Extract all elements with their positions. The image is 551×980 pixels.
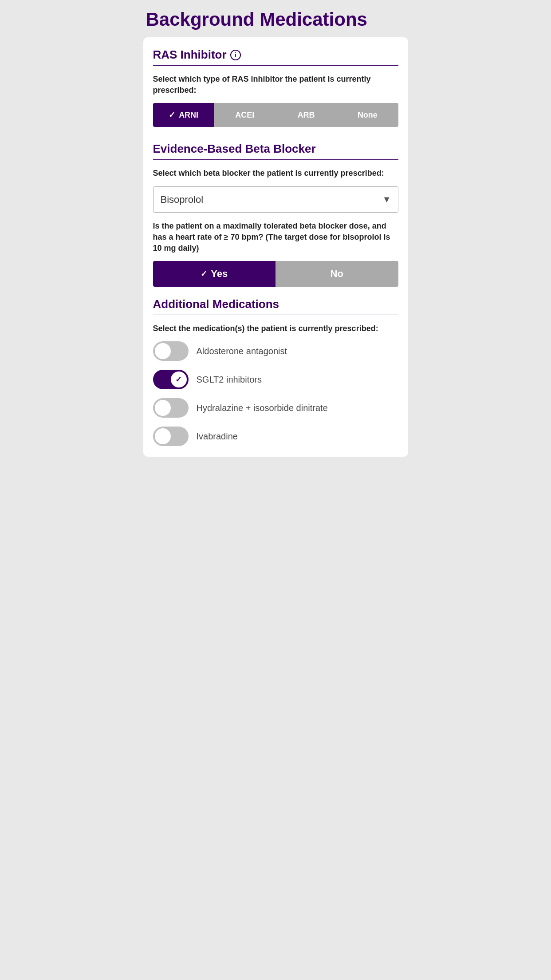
none-label: None: [358, 111, 378, 120]
yes-label: Yes: [211, 268, 228, 280]
toggle-item-sglt2: ✓ SGLT2 inhibitors: [153, 370, 398, 389]
yes-check-icon: ✓: [201, 269, 207, 279]
aldosterone-label: Aldosterone antagonist: [197, 346, 287, 356]
ras-inhibitor-question: Select which type of RAS inhibitor the p…: [153, 74, 398, 96]
ras-acei-button[interactable]: ACEI: [214, 103, 276, 127]
sglt2-toggle-thumb: ✓: [171, 371, 187, 387]
arni-label: ARNI: [179, 111, 198, 120]
no-label: No: [331, 268, 343, 280]
ras-arb-button[interactable]: ARB: [276, 103, 337, 127]
sglt2-label: SGLT2 inhibitors: [197, 375, 262, 385]
toggle-item-aldosterone: Aldosterone antagonist: [153, 341, 398, 361]
sglt2-check-icon: ✓: [175, 375, 182, 384]
ras-inhibitor-section: RAS Inhibitor i Select which type of RAS…: [153, 48, 398, 127]
acei-label: ACEI: [235, 111, 254, 120]
no-button[interactable]: No: [276, 261, 398, 287]
beta-blocker-title: Evidence-Based Beta Blocker: [153, 142, 398, 160]
arb-label: ARB: [298, 111, 315, 120]
beta-blocker-dropdown[interactable]: Bisoprolol Carvedilol Metoprolol Succina…: [153, 186, 398, 213]
aldosterone-toggle[interactable]: [153, 341, 189, 361]
hydralazine-label: Hydralazine + isosorbide dinitrate: [197, 403, 328, 413]
hydralazine-toggle-thumb: [155, 400, 171, 416]
additional-medications-title-label: Additional Medications: [153, 297, 279, 311]
page-title: Background Medications: [138, 0, 413, 37]
yes-no-group: ✓ Yes No: [153, 261, 398, 287]
additional-medications-title: Additional Medications: [153, 297, 398, 315]
additional-medications-section: Additional Medications Select the medica…: [153, 297, 398, 446]
ras-inhibitor-button-group: ✓ ARNI ACEI ARB None: [153, 103, 398, 127]
divider-1: [153, 131, 398, 142]
main-card: RAS Inhibitor i Select which type of RAS…: [143, 37, 408, 457]
toggle-item-hydralazine: Hydralazine + isosorbide dinitrate: [153, 398, 398, 418]
divider-2: [153, 287, 398, 297]
beta-blocker-section: Evidence-Based Beta Blocker Select which…: [153, 142, 398, 287]
additional-medications-question: Select the medication(s) the patient is …: [153, 323, 398, 334]
toggle-list: Aldosterone antagonist ✓ SGLT2 inhibitor…: [153, 341, 398, 446]
ras-inhibitor-info-icon[interactable]: i: [230, 50, 241, 60]
ras-none-button[interactable]: None: [337, 103, 398, 127]
ras-inhibitor-label: RAS Inhibitor: [153, 48, 227, 62]
beta-blocker-question: Select which beta blocker the patient is…: [153, 168, 398, 179]
beta-blocker-title-label: Evidence-Based Beta Blocker: [153, 142, 316, 156]
hydralazine-toggle[interactable]: [153, 398, 189, 418]
beta-blocker-dropdown-wrapper: Bisoprolol Carvedilol Metoprolol Succina…: [153, 186, 398, 213]
arni-check-icon: ✓: [169, 110, 175, 120]
yes-button[interactable]: ✓ Yes: [153, 261, 276, 287]
toggle-item-ivabradine: Ivabradine: [153, 427, 398, 446]
ivabradine-toggle[interactable]: [153, 427, 189, 446]
ras-inhibitor-title: RAS Inhibitor i: [153, 48, 398, 66]
aldosterone-toggle-thumb: [155, 343, 171, 359]
ras-arni-button[interactable]: ✓ ARNI: [153, 103, 214, 127]
ivabradine-label: Ivabradine: [197, 431, 238, 442]
sglt2-toggle[interactable]: ✓: [153, 370, 189, 389]
ivabradine-toggle-thumb: [155, 428, 171, 444]
max-dose-question: Is the patient on a maximally tolerated …: [153, 221, 398, 254]
